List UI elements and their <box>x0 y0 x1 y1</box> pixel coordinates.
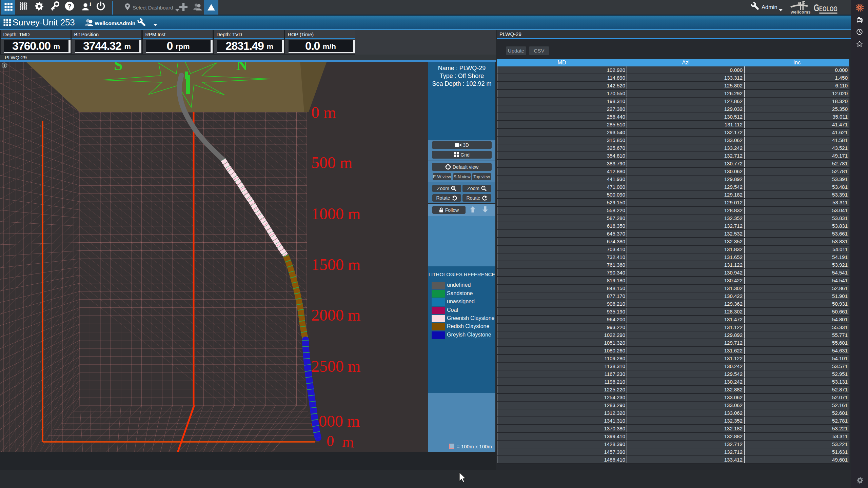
svg-text:i: i <box>90 2 91 7</box>
svg-text:1500 m: 1500 m <box>311 256 360 273</box>
svg-text:0 m: 0 m <box>326 432 357 451</box>
svg-text:1000 m: 1000 m <box>311 205 360 223</box>
svg-text:?: ? <box>67 3 72 10</box>
svg-text:500 m: 500 m <box>311 154 352 171</box>
svg-text:2500 m: 2500 m <box>311 357 360 375</box>
svg-text:2000 m: 2000 m <box>311 306 360 324</box>
svg-text:0 m: 0 m <box>311 103 336 121</box>
svg-text:N: N <box>236 62 248 74</box>
svg-text:S: S <box>114 62 123 74</box>
